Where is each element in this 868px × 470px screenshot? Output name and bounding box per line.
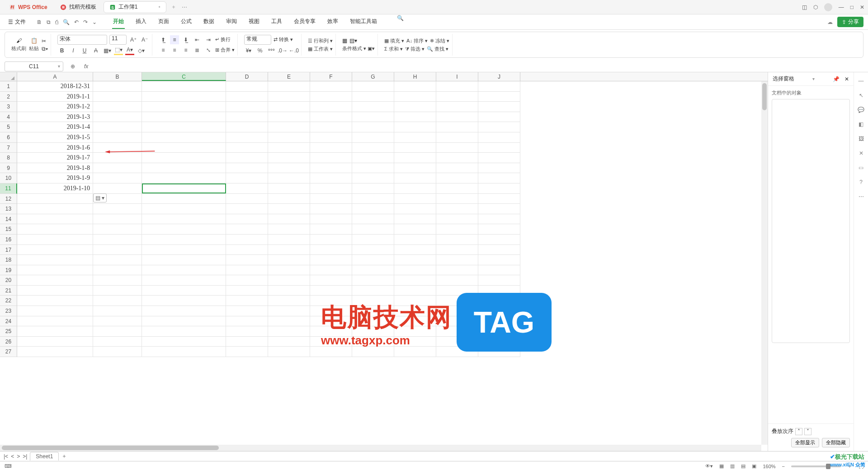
close-pane-icon[interactable]: ✕ (844, 76, 849, 82)
align-center-icon[interactable]: ≡ (170, 46, 179, 55)
cell[interactable] (142, 286, 226, 296)
number-format-combo[interactable]: 常规 (244, 35, 271, 45)
cell[interactable] (352, 255, 394, 265)
cell[interactable] (310, 204, 352, 214)
cell[interactable]: 2018-12-31 (17, 81, 93, 92)
cell[interactable] (436, 102, 478, 112)
cell[interactable]: 2019-1-5 (17, 132, 93, 143)
search-icon[interactable]: 🔍 (397, 15, 404, 29)
cell[interactable] (93, 163, 142, 174)
print-icon[interactable]: ⎙ (55, 19, 58, 25)
cell[interactable] (268, 275, 310, 286)
cond-format-button[interactable]: 条件格式▾ ▣▾ (342, 45, 375, 52)
cell[interactable] (93, 143, 142, 153)
strike-button[interactable]: A (91, 46, 100, 55)
cell[interactable] (478, 183, 520, 194)
cell[interactable] (142, 81, 226, 92)
cell[interactable] (478, 235, 520, 245)
worksheet-button[interactable]: ▦工作表▾ (308, 46, 333, 52)
last-sheet-icon[interactable]: >| (23, 453, 27, 460)
row-header[interactable]: 19 (0, 265, 17, 276)
cell[interactable] (93, 173, 142, 183)
sheet-tab-1[interactable]: Sheet1 (30, 452, 59, 461)
cell[interactable] (352, 235, 394, 245)
cell[interactable] (268, 296, 310, 306)
cell[interactable] (436, 163, 478, 174)
cell[interactable] (268, 337, 310, 347)
cell[interactable] (93, 275, 142, 286)
cell[interactable] (310, 112, 352, 122)
tab-view[interactable]: 视图 (248, 15, 260, 29)
col-header-G[interactable]: G (352, 72, 394, 81)
cell[interactable] (142, 173, 226, 183)
col-header-I[interactable]: I (436, 72, 478, 81)
cell[interactable] (394, 275, 436, 286)
cell[interactable] (93, 235, 142, 245)
cell[interactable] (226, 122, 268, 132)
cell[interactable]: 2019-1-6 (17, 143, 93, 153)
cell[interactable] (436, 153, 478, 163)
cell[interactable] (310, 102, 352, 112)
tab-tools[interactable]: 工具 (270, 15, 283, 29)
cell[interactable] (352, 143, 394, 153)
cell[interactable] (142, 337, 226, 347)
transform-button[interactable]: ⇄转换▾ (274, 36, 293, 43)
cell[interactable] (93, 265, 142, 276)
cell[interactable] (226, 214, 268, 225)
cell[interactable] (352, 265, 394, 276)
cell[interactable] (142, 214, 226, 225)
cell[interactable] (436, 194, 478, 204)
row-header[interactable]: 21 (0, 286, 17, 296)
cell[interactable] (17, 316, 93, 327)
bookmark-icon[interactable]: ▭ (859, 164, 863, 171)
cell[interactable] (310, 275, 352, 286)
cell[interactable] (436, 132, 478, 143)
col-header-H[interactable]: H (394, 72, 436, 81)
move-up-icon[interactable]: ˄ (795, 428, 802, 435)
image-icon[interactable]: 🖼 (859, 136, 864, 142)
avatar-icon[interactable] (824, 3, 832, 11)
zoom-out-button[interactable]: − (782, 464, 785, 469)
cell[interactable] (17, 306, 93, 316)
vertical-scrollbar[interactable] (761, 81, 768, 445)
cell[interactable] (310, 286, 352, 296)
align-bottom-icon[interactable]: ⬇̲ (181, 35, 190, 44)
percent-icon[interactable]: % (255, 46, 264, 55)
col-header-C[interactable]: C (142, 72, 226, 81)
chat-icon[interactable]: 💬 (858, 107, 864, 113)
cell[interactable] (142, 296, 226, 306)
cell[interactable] (310, 255, 352, 265)
objects-list[interactable] (772, 99, 850, 343)
clear-format-button[interactable]: ◇▾ (137, 46, 146, 55)
cell[interactable] (17, 347, 93, 357)
font-color-button[interactable]: A▾ (125, 46, 134, 55)
fill-color-button[interactable]: ⬚▾ (114, 46, 123, 55)
underline-button[interactable]: U (80, 46, 89, 55)
cell[interactable]: 2019-1-1 (17, 92, 93, 102)
link-icon[interactable]: ⧉ (47, 19, 51, 25)
row-header[interactable]: 26 (0, 337, 17, 347)
cell[interactable] (226, 326, 268, 337)
cell[interactable] (142, 245, 226, 255)
cell-style-icon[interactable]: ▤▾ (349, 38, 357, 44)
cell[interactable] (352, 194, 394, 204)
row-header[interactable]: 18 (0, 255, 17, 265)
first-sheet-icon[interactable]: |< (4, 453, 8, 460)
row-header[interactable]: 17 (0, 245, 17, 255)
cell[interactable] (478, 265, 520, 276)
cell[interactable] (478, 275, 520, 286)
cell[interactable] (268, 92, 310, 102)
sum-button[interactable]: Σ求和▾ (384, 46, 403, 52)
cell[interactable] (268, 306, 310, 316)
cell[interactable] (17, 296, 93, 306)
cut-icon[interactable]: ✂ (42, 38, 48, 44)
cell[interactable] (352, 163, 394, 174)
view-normal-icon[interactable]: ▦ (719, 463, 724, 469)
sort-button[interactable]: A↓排序▾ (406, 38, 428, 44)
cell[interactable] (268, 286, 310, 296)
tab-efficiency[interactable]: 效率 (326, 15, 339, 29)
eye-icon[interactable]: 👁▾ (705, 463, 713, 469)
cell[interactable] (226, 275, 268, 286)
cell[interactable] (310, 194, 352, 204)
cell[interactable] (436, 265, 478, 276)
